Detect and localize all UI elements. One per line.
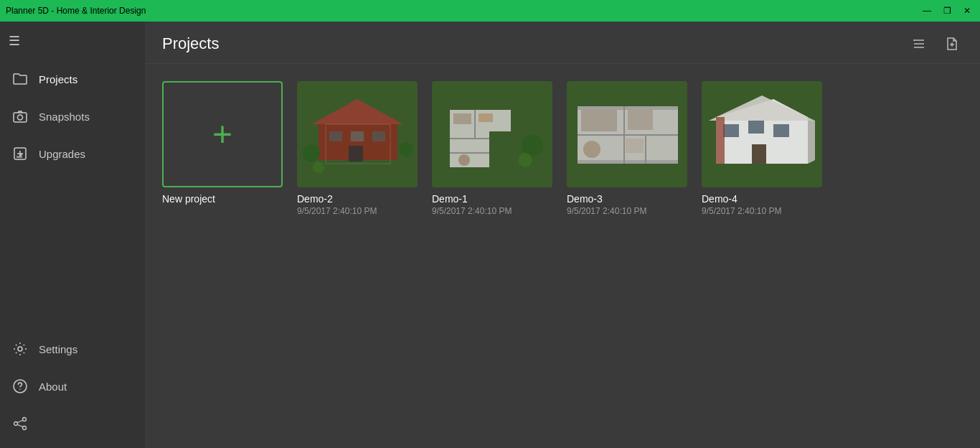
sidebar-item-upgrades[interactable]: Upgrades (0, 135, 145, 172)
demo2-date: 9/5/2017 2:40:10 PM (297, 206, 418, 216)
svg-rect-23 (351, 131, 364, 141)
demo1-name: Demo-1 (432, 193, 552, 205)
svg-point-37 (458, 154, 470, 166)
plus-icon: + (212, 117, 232, 151)
new-file-button[interactable] (941, 33, 963, 55)
svg-marker-54 (808, 121, 815, 164)
svg-point-1 (18, 115, 23, 120)
svg-rect-25 (349, 146, 363, 162)
sidebar-item-projects[interactable]: Projects (0, 60, 145, 98)
close-button[interactable]: ✕ (960, 4, 974, 18)
svg-rect-4 (19, 154, 22, 158)
app: ☰ Projects Snapshot (0, 22, 980, 448)
project-card-demo1[interactable]: Demo-1 9/5/2017 2:40:10 PM (432, 81, 552, 431)
svg-rect-24 (372, 131, 385, 141)
new-project-name: New project (162, 193, 283, 205)
svg-line-11 (18, 421, 23, 423)
titlebar-title: Planner 5D - Home & Interior Design (6, 6, 146, 16)
sidebar-item-settings[interactable]: Settings (0, 330, 145, 368)
demo4-name: Demo-4 (702, 193, 822, 205)
minimize-button[interactable]: — (920, 4, 934, 18)
camera-icon (11, 108, 29, 125)
help-icon (11, 378, 29, 395)
settings-icon (11, 340, 29, 358)
svg-point-10 (23, 426, 27, 430)
page-title: Projects (162, 34, 219, 53)
project-thumb-demo1 (432, 81, 552, 187)
sidebar-label-settings: Settings (39, 343, 77, 355)
svg-rect-46 (628, 110, 653, 130)
titlebar: Planner 5D - Home & Interior Design — ❐ … (0, 0, 980, 22)
sidebar-label-projects: Projects (39, 73, 77, 85)
sidebar-item-snapshots[interactable]: Snapshots (0, 98, 145, 135)
project-card-demo3[interactable]: Demo-3 9/5/2017 2:40:10 PM (567, 81, 687, 431)
svg-rect-50 (578, 160, 678, 164)
svg-rect-0 (14, 113, 27, 122)
content-header: Projects (145, 22, 980, 64)
demo1-date: 9/5/2017 2:40:10 PM (432, 206, 552, 216)
content-area: Projects (145, 22, 980, 448)
svg-point-8 (23, 418, 27, 421)
titlebar-controls: — ❐ ✕ (920, 4, 974, 18)
sidebar-label-snapshots: Snapshots (39, 111, 90, 123)
menu-icon[interactable]: ☰ (9, 34, 20, 48)
new-project-card[interactable]: + New project (162, 81, 283, 431)
sidebar-label-upgrades: Upgrades (39, 148, 85, 160)
svg-point-48 (583, 141, 600, 158)
svg-point-28 (399, 142, 413, 157)
sidebar-nav: Projects Snapshots (0, 60, 145, 330)
svg-rect-3 (17, 156, 19, 158)
svg-point-39 (518, 153, 532, 167)
demo2-name: Demo-2 (297, 193, 418, 205)
svg-point-29 (313, 162, 324, 173)
svg-rect-59 (716, 117, 725, 164)
svg-rect-45 (581, 110, 617, 131)
maximize-button[interactable]: ❐ (940, 4, 954, 18)
header-actions (908, 33, 963, 55)
project-card-demo2[interactable]: Demo-2 9/5/2017 2:40:10 PM (297, 81, 418, 431)
folder-icon (11, 70, 29, 88)
svg-rect-56 (748, 121, 764, 134)
svg-rect-47 (626, 139, 644, 153)
svg-point-5 (18, 347, 22, 351)
svg-point-9 (14, 422, 18, 426)
sidebar-label-about: About (39, 381, 67, 393)
svg-rect-55 (723, 124, 739, 137)
project-thumb-demo4 (702, 81, 822, 187)
svg-point-7 (19, 388, 21, 390)
sidebar-item-about[interactable]: About (0, 368, 145, 405)
project-card-demo4[interactable]: Demo-4 9/5/2017 2:40:10 PM (702, 81, 822, 431)
svg-rect-22 (329, 131, 342, 141)
svg-rect-57 (773, 124, 789, 137)
svg-point-27 (303, 144, 320, 162)
demo3-name: Demo-3 (567, 193, 687, 205)
sidebar-item-share[interactable] (0, 405, 145, 442)
list-view-button[interactable] (908, 33, 930, 55)
share-icon (11, 415, 29, 432)
project-thumb-demo2 (297, 81, 418, 187)
demo3-date: 9/5/2017 2:40:10 PM (567, 206, 687, 216)
sidebar-header: ☰ (0, 22, 145, 60)
new-project-thumb: + (162, 81, 283, 187)
project-thumb-demo3 (567, 81, 687, 187)
svg-rect-58 (752, 144, 766, 164)
sidebar-bottom: Settings About (0, 330, 145, 448)
demo4-date: 9/5/2017 2:40:10 PM (702, 206, 822, 216)
projects-grid: + New project (145, 64, 980, 448)
sidebar: ☰ Projects Snapshot (0, 22, 145, 448)
svg-rect-35 (453, 113, 471, 124)
svg-rect-49 (578, 106, 678, 110)
svg-line-12 (18, 425, 23, 427)
upgrade-icon (11, 145, 29, 162)
svg-rect-36 (479, 113, 493, 122)
